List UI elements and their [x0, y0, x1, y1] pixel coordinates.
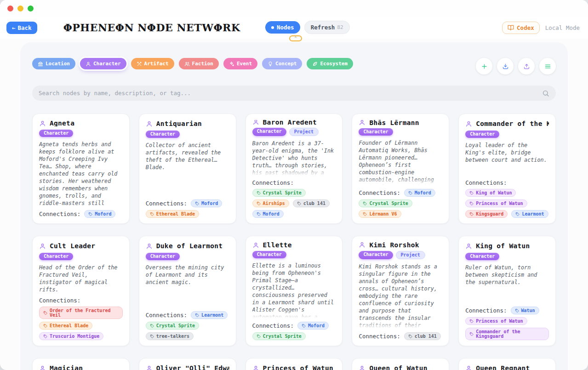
connection-tag[interactable]: Moford — [252, 210, 284, 218]
tag-icon — [257, 334, 261, 339]
connection-tag[interactable]: club 141 — [293, 199, 330, 207]
connection-tag[interactable]: Airships — [252, 199, 289, 207]
connections-label: Connections: — [146, 200, 187, 207]
card-title-row: Ellette — [252, 242, 336, 248]
filter-pill-concept[interactable]: Concept — [262, 58, 302, 69]
tag-icon — [297, 201, 302, 206]
connection-tag[interactable]: Crystal Sprite — [252, 332, 306, 340]
toolbar — [476, 58, 556, 74]
card-title-row: Queen Regnant — [465, 364, 549, 370]
connection-tag[interactable]: Learmont — [511, 210, 548, 218]
node-card[interactable]: AntiquarianCharacterCollector of ancient… — [139, 114, 236, 224]
filter-pill-ecosystem[interactable]: Ecosystem — [307, 58, 353, 69]
tag-icon — [469, 332, 474, 336]
filter-pill-location[interactable]: Location — [32, 58, 75, 69]
connection-tag-label: club 141 — [303, 201, 325, 206]
node-card[interactable]: Commander of the Kin…CharacterLoyal lead… — [458, 114, 556, 224]
person-icon — [252, 365, 259, 370]
add-node-button[interactable] — [476, 58, 492, 74]
connection-tag[interactable]: tree-talkers — [146, 332, 194, 340]
node-card[interactable]: Baron AredentCharacterProjectBaron Arede… — [245, 114, 343, 224]
connection-tag[interactable]: Lērmann V6 — [359, 210, 401, 218]
node-card[interactable]: Oliver "Olli" EdwardsCharacter — [139, 358, 236, 370]
person-icon — [359, 365, 365, 370]
person-icon — [39, 365, 46, 370]
codex-button[interactable]: Codex — [502, 22, 540, 34]
connections-label: Connections: — [252, 179, 294, 186]
card-title-row: King of Watun — [465, 242, 549, 250]
view-toggle-group: Nodes Refresh 82 — [265, 21, 350, 34]
connection-tag[interactable]: Learmont — [191, 311, 228, 319]
filter-pill-label: Faction — [192, 61, 213, 67]
nodes-toggle-button[interactable]: Nodes — [265, 21, 300, 34]
node-card[interactable]: Bhās LērmannCharacterFounder of Lērmann … — [352, 114, 449, 224]
connection-tag[interactable]: Crystal Sprite — [252, 189, 306, 197]
collapse-header-button[interactable]: ^ — [289, 35, 302, 41]
card-description: Collector of ancient artifacts, revealed… — [146, 142, 229, 196]
chevron-up-icon: ^ — [295, 36, 297, 40]
connection-tag[interactable]: Ethereal Blade — [146, 210, 199, 218]
node-card[interactable]: Princess of WatunCharacter — [245, 358, 343, 370]
card-badges: Character — [252, 251, 336, 258]
close-window-button[interactable] — [7, 6, 13, 11]
tag-icon — [43, 324, 48, 328]
connection-tag[interactable]: club 141 — [404, 332, 441, 340]
person-icon — [252, 120, 259, 125]
search-input[interactable] — [39, 90, 542, 97]
refresh-button[interactable]: Refresh 82 — [304, 21, 350, 34]
connection-tag[interactable]: Watun — [511, 307, 539, 314]
connection-tag[interactable]: King of Watun — [465, 189, 516, 197]
titlebar — [0, 0, 588, 17]
connection-tag[interactable]: Ethereal Blade — [39, 322, 92, 330]
node-card[interactable]: Kimi RorshokCharacterProjectKimi Rorshok… — [352, 236, 449, 346]
nodes-toggle-label: Nodes — [277, 24, 294, 31]
tag-icon — [195, 201, 200, 206]
node-card[interactable]: ElletteCharacterEllette is a luminous be… — [245, 236, 343, 346]
connection-tag[interactable]: Princess of Watun — [465, 199, 527, 207]
connection-tag[interactable]: Moford — [404, 189, 435, 197]
node-card[interactable]: King of WatunCharacterRuler of Watun, to… — [458, 236, 556, 346]
card-connections: Connections:Order of the Fractured VeilE… — [39, 293, 123, 340]
filter-pill-character[interactable]: Character — [80, 58, 126, 69]
bulb-icon — [268, 61, 273, 67]
connection-tag[interactable]: Crystal Sprite — [359, 199, 412, 207]
back-button[interactable]: ← Back — [6, 22, 37, 34]
card-title: Commander of the Kin… — [476, 120, 549, 127]
node-card[interactable]: Queen of WatunCharacter — [352, 358, 449, 370]
connection-tag-label: Princess of Watun — [476, 319, 523, 324]
filter-pill-event[interactable]: Event — [223, 58, 257, 69]
person-icon — [146, 243, 153, 250]
connection-tag[interactable]: Crystal Sprite — [146, 322, 199, 330]
export-button[interactable] — [518, 58, 535, 74]
node-card[interactable]: Queen RegnantCharacter — [458, 358, 556, 370]
search-icon — [542, 90, 549, 97]
tag-icon — [150, 324, 154, 328]
connection-tag[interactable]: Kingsguard — [465, 210, 508, 218]
connection-tag[interactable]: Commander of the Kingsguard — [465, 328, 549, 340]
connection-tag-label: Truscurio Montigue — [50, 334, 99, 339]
list-view-button[interactable] — [539, 58, 556, 74]
filter-pill-label: Event — [237, 61, 252, 67]
card-title-row: Commander of the Kin… — [465, 120, 549, 127]
minimize-window-button[interactable] — [17, 6, 23, 11]
filter-pill-faction[interactable]: Faction — [179, 58, 219, 69]
connection-tag[interactable]: Moford — [297, 322, 329, 330]
filter-pill-label: Location — [46, 61, 70, 67]
sparkles-icon — [229, 61, 234, 67]
zoom-window-button[interactable] — [28, 6, 34, 11]
type-badge-character: Character — [146, 253, 180, 260]
connection-tag[interactable]: Moford — [191, 199, 222, 207]
node-card[interactable]: Cult LeaderCharacterHead of the Order of… — [32, 236, 130, 346]
tag-icon — [515, 212, 520, 216]
node-card[interactable]: Duke of LearmontCharacterOversees the mi… — [139, 236, 236, 346]
import-button[interactable] — [497, 58, 514, 74]
node-card[interactable]: MagicianCharacter — [32, 358, 130, 370]
connection-tag[interactable]: Order of the Fractured Veil — [39, 307, 123, 319]
connection-tag[interactable]: Moford — [84, 210, 115, 218]
card-description: Head of the Order of the Fractured Veil,… — [39, 264, 123, 293]
card-title: Agneta — [50, 120, 74, 126]
connection-tag[interactable]: Truscurio Montigue — [39, 332, 103, 340]
filter-pill-artifact[interactable]: Artifact — [131, 58, 174, 69]
connection-tag[interactable]: Princess of Watun — [465, 317, 527, 325]
node-card[interactable]: AgnetaCharacterAgneta tends herbs and ke… — [32, 114, 130, 224]
